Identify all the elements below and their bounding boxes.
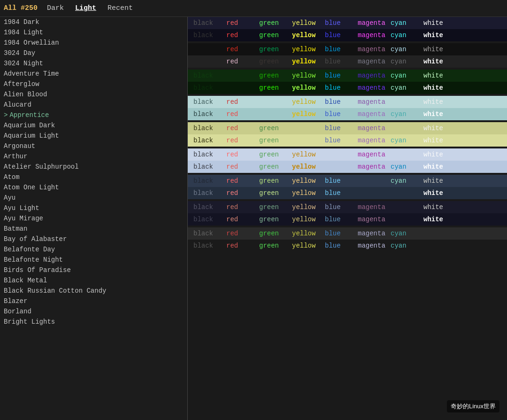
color-word: red [226,151,254,158]
color-word: cyan [391,110,419,118]
sidebar-item[interactable]: Atelier Sulphurpool [0,162,187,172]
color-row: redgreenyellowbluemagentacyanwhite [188,43,507,55]
color-word: blue [325,230,353,237]
color-word: yellow [292,110,320,118]
color-word: blue [325,58,353,65]
color-word: blue [325,110,353,118]
color-word: yellow [292,72,320,79]
sidebar-item[interactable]: Afterglow [0,79,187,89]
color-word: green [259,124,287,132]
color-word: cyan [391,84,419,92]
sidebar-item[interactable]: Birds Of Paradise [0,265,187,275]
sidebar-item[interactable]: 3024 Night [0,58,187,69]
color-word: red [226,110,254,118]
color-word: yellow [292,242,320,249]
sidebar-item[interactable]: Atom One Light [0,182,187,193]
sidebar-item[interactable]: Black Metal [0,275,187,286]
sidebar-item[interactable]: Aquarium Dark [0,120,187,131]
sidebar-item[interactable]: Argonaut [0,141,187,151]
color-row: blackgreenyellowbluemagentacyanwhite [188,70,507,82]
color-row: blackredgreenyellowbluemagentacyan [188,240,507,252]
sidebar-item[interactable]: Blazer [0,296,187,306]
color-row: blackgreenyellowbluemagentacyanwhite [188,82,507,94]
theme-preview: blackredgreenyellowbluemagentacyanwhiteb… [188,17,507,420]
color-word: yellow [292,189,320,197]
sidebar-item[interactable]: Apprentice [0,110,187,120]
color-word: cyan [391,19,419,27]
color-word: white [423,58,452,65]
sidebar-item[interactable]: 1984 Dark [0,17,187,27]
theme-block: redgreenyellowbluemagentacyanwhiteredgre… [188,43,507,68]
color-row: blackredgreenyellowbluemagentacyanwhite [188,29,507,41]
sidebar-item[interactable]: Bay of Alabaster [0,234,187,244]
sidebar-item[interactable]: Ayu [0,193,187,203]
sidebar-item[interactable]: 1984 Orwellian [0,38,187,48]
sidebar-item[interactable]: Black Russian Cotton Candy [0,286,187,296]
color-word: magenta [358,46,386,53]
color-word: green [259,72,287,79]
sidebar-item[interactable]: 1984 Light [0,27,187,38]
color-word: yellow [292,203,320,211]
tab-dark[interactable]: Dark [45,3,66,13]
color-row: blackredgreenyellowbluewhite [188,187,507,199]
color-word: magenta [358,242,386,249]
tab-all[interactable]: All #250 [4,4,38,12]
color-word: blue [325,98,353,106]
sidebar-item[interactable]: Ayu Light [0,203,187,213]
color-word: yellow [292,84,320,92]
color-word: white [423,189,452,197]
color-word: yellow [292,163,320,171]
color-word: cyan [391,31,419,39]
color-word: black [193,137,222,144]
color-word: blue [325,189,353,197]
color-word: green [259,84,287,92]
color-word: magenta [358,31,386,39]
color-word: white [423,124,452,132]
color-row: blackredgreenyellowbluecyanwhite [188,175,507,187]
theme-block: blackredgreenyellowbluemagentacyanblackr… [188,227,507,252]
color-word: white [423,110,452,118]
sidebar-item[interactable]: Bright Lights [0,317,187,327]
color-word: red [226,31,254,39]
sidebar-item[interactable]: 3024 Day [0,48,187,58]
color-word: blue [325,203,353,211]
color-row: blackredyellowbluemagentawhite [188,96,507,108]
color-word: green [259,216,287,223]
color-word: cyan [391,177,419,185]
tab-light[interactable]: Light [73,3,98,13]
theme-block: blackredgreenyellowmagentawhiteblackredg… [188,148,507,173]
color-word: white [423,177,452,185]
theme-list: 1984 Dark1984 Light1984 Orwellian3024 Da… [0,17,188,420]
sidebar-item[interactable]: Belafonte Night [0,255,187,265]
color-word: white [423,84,452,92]
sidebar-item[interactable]: Belafonte Day [0,244,187,255]
color-word: black [193,203,222,211]
color-word: yellow [292,58,320,65]
color-word: white [423,163,452,171]
sidebar-item[interactable]: Alucard [0,100,187,110]
theme-block: blackredgreenyellowbluemagentacyanwhiteb… [188,17,507,41]
sidebar-item[interactable]: Batman [0,224,187,234]
color-word: green [259,137,287,144]
sidebar-item[interactable]: Adventure Time [0,69,187,79]
color-row: blackredgreenyellowmagentacyanwhite [188,161,507,173]
color-word: green [259,46,287,53]
theme-block: blackredyellowbluemagentawhiteblackredye… [188,96,507,120]
sidebar-item[interactable]: Aquarium Light [0,131,187,141]
color-word: green [259,19,287,27]
theme-block: blackredgreenyellowbluemagentawhiteblack… [188,201,507,226]
color-word: blue [325,19,353,27]
sidebar-item[interactable]: Arthur [0,151,187,162]
color-word: magenta [358,98,386,106]
sidebar-item[interactable]: Alien Blood [0,89,187,100]
sidebar-item[interactable]: Ayu Mirage [0,213,187,224]
color-word: white [423,137,452,144]
color-word: cyan [391,58,419,65]
tab-recent[interactable]: Recent [106,3,135,13]
color-word: green [259,151,287,158]
color-row: blackredgreenyellowbluemagentacyan [188,227,507,240]
sidebar-item[interactable]: Borland [0,306,187,317]
color-word: white [423,72,452,79]
sidebar-item[interactable]: Atom [0,172,187,182]
color-word: black [193,72,222,79]
